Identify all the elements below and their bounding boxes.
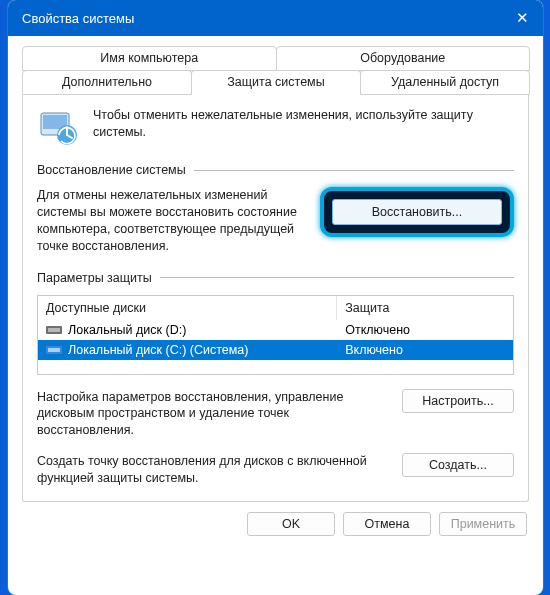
create-button[interactable]: Создать... bbox=[402, 453, 514, 477]
drive-icon bbox=[46, 324, 62, 336]
divider bbox=[194, 170, 514, 171]
configure-button[interactable]: Настроить... bbox=[402, 389, 514, 413]
tab-computer-name[interactable]: Имя компьютера bbox=[22, 46, 277, 71]
restore-button[interactable]: Восстановить... bbox=[332, 199, 502, 225]
drives-table: Доступные диски Защита Локальный диск (D… bbox=[37, 295, 514, 375]
restore-button-highlight: Восстановить... bbox=[320, 187, 514, 237]
apply-button[interactable]: Применить bbox=[439, 512, 527, 536]
drive-icon bbox=[46, 344, 62, 356]
drive-protection: Отключено bbox=[337, 321, 513, 339]
column-protection[interactable]: Защита bbox=[337, 296, 513, 320]
tab-system-protection[interactable]: Защита системы bbox=[191, 70, 361, 95]
close-icon[interactable]: ✕ bbox=[493, 9, 529, 27]
dialog-footer: OK Отмена Применить bbox=[8, 502, 543, 550]
restore-header-label: Восстановление системы bbox=[37, 163, 186, 177]
create-description: Создать точку восстановления для дисков … bbox=[37, 453, 388, 487]
table-row[interactable]: Локальный диск (C:) (Система) Включено bbox=[38, 340, 513, 360]
drive-name: Локальный диск (C:) (Система) bbox=[68, 343, 248, 357]
column-drives[interactable]: Доступные диски bbox=[38, 296, 337, 320]
window-title: Свойства системы bbox=[22, 11, 134, 26]
svg-rect-4 bbox=[48, 328, 60, 332]
tab-hardware[interactable]: Оборудование bbox=[276, 46, 531, 71]
configure-description: Настройка параметров восстановления, упр… bbox=[37, 389, 388, 440]
divider bbox=[160, 277, 514, 278]
params-header-label: Параметры защиты bbox=[37, 271, 152, 285]
intro-row: Чтобы отменить нежелательные изменения, … bbox=[37, 107, 514, 147]
ok-button[interactable]: OK bbox=[247, 512, 335, 536]
restore-description: Для отмены нежелательных изменений систе… bbox=[37, 187, 310, 255]
restore-section-header: Восстановление системы bbox=[37, 163, 514, 177]
drives-table-header: Доступные диски Защита bbox=[38, 296, 513, 320]
titlebar[interactable]: Свойства системы ✕ bbox=[8, 0, 543, 36]
params-section-header: Параметры защиты bbox=[37, 271, 514, 285]
system-properties-window: Свойства системы ✕ Имя компьютера Оборуд… bbox=[8, 0, 543, 595]
tab-remote[interactable]: Удаленный доступ bbox=[360, 70, 530, 95]
svg-rect-6 bbox=[48, 348, 60, 352]
drive-name: Локальный диск (D:) bbox=[68, 323, 186, 337]
table-row[interactable]: Локальный диск (D:) Отключено bbox=[38, 320, 513, 340]
tab-strip: Имя компьютера Оборудование Дополнительн… bbox=[22, 46, 529, 502]
tab-panel: Чтобы отменить нежелательные изменения, … bbox=[22, 95, 529, 502]
cancel-button[interactable]: Отмена bbox=[343, 512, 431, 536]
restore-shield-icon bbox=[37, 107, 81, 147]
drive-protection: Включено bbox=[337, 341, 513, 359]
tab-advanced[interactable]: Дополнительно bbox=[22, 70, 192, 95]
intro-text: Чтобы отменить нежелательные изменения, … bbox=[93, 107, 514, 147]
